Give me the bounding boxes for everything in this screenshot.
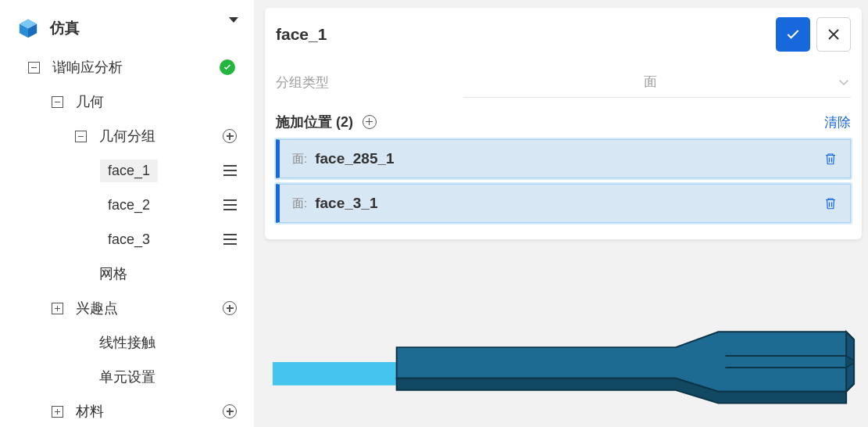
tree-material[interactable]: 材料 (11, 394, 254, 427)
face-prefix: 面: (292, 152, 307, 167)
tree-label: face_2 (108, 197, 150, 214)
expand-icon[interactable] (52, 406, 63, 418)
properties-panel: face_1 分组类型 面 施加位置 (2) 清除 面: (265, 8, 862, 239)
tree-mesh[interactable]: 网格 (11, 257, 254, 291)
model-viewport[interactable] (265, 294, 862, 427)
collapse-icon[interactable] (28, 62, 40, 74)
tree-analysis[interactable]: 谐响应分析 (11, 50, 254, 84)
tree-label: 单元设置 (99, 368, 155, 386)
tree-label: 线性接触 (99, 333, 155, 352)
tree-label: face_1 (108, 163, 150, 178)
tree-label: 网格 (99, 264, 127, 283)
tree-face-1[interactable]: face_1 (11, 153, 254, 188)
panel-title: face_1 (276, 25, 327, 44)
add-icon[interactable] (223, 129, 237, 143)
face-name: face_285_1 (315, 150, 394, 167)
face-item[interactable]: 面: face_3_1 (276, 184, 851, 223)
close-icon (827, 27, 841, 41)
list-icon[interactable] (223, 199, 237, 210)
chevron-down-icon (837, 75, 851, 89)
trash-icon[interactable] (823, 196, 838, 211)
list-icon[interactable] (223, 234, 237, 245)
face-item[interactable]: 面: face_285_1 (276, 139, 851, 178)
group-type-label: 分组类型 (276, 74, 463, 92)
tree-label: 几何分组 (99, 127, 155, 145)
clear-button[interactable]: 清除 (824, 113, 851, 131)
group-type-value: 面 (463, 73, 837, 91)
tree-label: 谐响应分析 (52, 58, 123, 77)
dropdown-icon[interactable] (229, 17, 238, 23)
collapse-icon[interactable] (75, 131, 87, 142)
cancel-button[interactable] (816, 17, 851, 52)
svg-rect-3 (273, 362, 397, 386)
tree-contact[interactable]: 线性接触 (11, 325, 254, 360)
face-name: face_3_1 (315, 195, 377, 212)
tree: 谐响应分析 几何 几何分组 face_1 face_2 face_3 (0, 50, 254, 427)
trash-icon[interactable] (823, 151, 838, 167)
add-location-button[interactable] (363, 115, 377, 129)
panel-header: face_1 (276, 17, 851, 63)
sidebar: 仿真 谐响应分析 几何 几何分组 face_1 face_2 (0, 0, 254, 427)
tree-geometry[interactable]: 几何 (11, 84, 254, 119)
confirm-button[interactable] (776, 17, 810, 52)
sidebar-header[interactable]: 仿真 (0, 6, 254, 50)
sidebar-title: 仿真 (50, 18, 80, 38)
collapse-icon[interactable] (52, 96, 63, 108)
add-icon[interactable] (223, 404, 237, 418)
expand-icon[interactable] (52, 303, 63, 314)
tree-element[interactable]: 单元设置 (11, 360, 254, 394)
add-icon[interactable] (223, 301, 237, 315)
tree-label: 几何 (76, 92, 104, 111)
group-type-row: 分组类型 面 (276, 63, 851, 102)
main-area: face_1 分组类型 面 施加位置 (2) 清除 面: (254, 0, 868, 427)
success-icon (220, 59, 235, 75)
location-section-header: 施加位置 (2) 清除 (276, 102, 851, 139)
tree-label: 材料 (76, 402, 104, 421)
tree-face-3[interactable]: face_3 (11, 222, 254, 257)
group-type-select[interactable]: 面 (463, 66, 851, 98)
tree-label: face_3 (108, 231, 150, 248)
tree-face-2[interactable]: face_2 (11, 188, 254, 222)
location-title: 施加位置 (2) (276, 113, 353, 131)
simulation-icon (17, 17, 39, 39)
list-icon[interactable] (223, 165, 237, 176)
tree-label: 兴趣点 (76, 299, 118, 318)
tree-geometry-group[interactable]: 几何分组 (11, 119, 254, 153)
face-prefix: 面: (292, 196, 307, 211)
tree-interest[interactable]: 兴趣点 (11, 291, 254, 325)
check-icon (785, 27, 801, 42)
